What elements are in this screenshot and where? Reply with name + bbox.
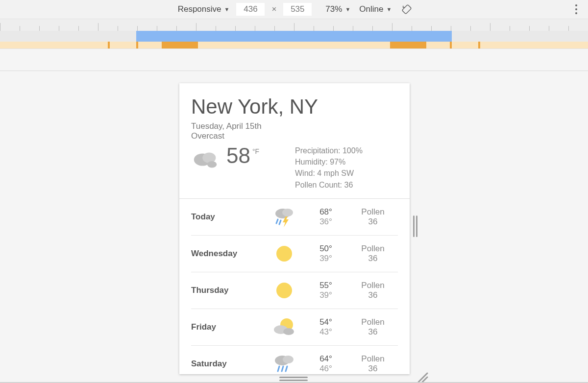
forecast-temps: 54°43° — [304, 317, 348, 337]
throttling-label: Online — [359, 4, 383, 14]
forecast-pollen: Pollen36 — [348, 317, 398, 337]
forecast-pollen: Pollen36 — [348, 207, 398, 227]
svg-point-5 — [282, 209, 293, 216]
svg-point-10 — [276, 283, 292, 298]
current-temp: 58 °F — [226, 145, 259, 167]
svg-line-7 — [276, 219, 278, 223]
rotate-icon[interactable] — [401, 4, 412, 15]
current-conditions: 58 °F Precipitation: 100% Humidity: 97% … — [191, 145, 398, 191]
device-ruler[interactable] — [0, 19, 588, 31]
temp-unit: °F — [252, 148, 259, 155]
device-viewport: New York, NY Tuesday, April 15th Overcas… — [179, 83, 410, 374]
forecast-day: Wednesday — [191, 249, 265, 259]
viewport-width-input[interactable] — [236, 3, 265, 16]
forecast-row[interactable]: Wednesday50°39°Pollen36 — [191, 236, 398, 272]
forecast-temps: 68°36° — [304, 207, 348, 227]
forecast-temps: 55°39° — [304, 281, 348, 300]
svg-point-15 — [283, 356, 294, 363]
svg-point-3 — [207, 161, 217, 168]
city-title: New York, NY — [191, 95, 398, 119]
forecast-sunny-icon — [265, 243, 304, 264]
svg-point-13 — [283, 328, 294, 335]
weather-card: New York, NY Tuesday, April 15th Overcas… — [179, 83, 410, 374]
forecast-partly-icon — [265, 317, 304, 337]
viewport-height-input[interactable] — [283, 3, 312, 16]
device-toolbar: Responsive ▼ × 73% ▼ Online ▼ — [0, 0, 588, 19]
throttling-select[interactable]: Online ▼ — [357, 2, 393, 16]
current-metrics: Precipitation: 100% Humidity: 97% Wind: … — [295, 145, 398, 191]
resize-handle-corner[interactable] — [416, 370, 428, 383]
svg-point-9 — [276, 246, 292, 262]
media-query-bar-blue[interactable] — [0, 31, 588, 42]
forecast-day: Thursday — [191, 286, 265, 295]
svg-line-8 — [279, 220, 281, 224]
forecast-temps: 64°46° — [304, 354, 348, 374]
date-label: Tuesday, April 15th — [191, 121, 398, 131]
forecast-row[interactable]: Saturday64°46°Pollen36 — [191, 346, 398, 374]
media-query-bar-orange[interactable] — [0, 42, 588, 49]
forecast-pollen: Pollen36 — [348, 281, 398, 300]
dimension-separator: × — [270, 4, 278, 14]
chevron-down-icon: ▼ — [224, 6, 230, 12]
resize-handle-right[interactable] — [413, 215, 417, 237]
condition-label: Overcast — [191, 131, 398, 141]
more-options-button[interactable] — [575, 0, 577, 19]
resize-handle-bottom[interactable] — [279, 377, 308, 381]
forecast-day: Saturday — [191, 359, 265, 369]
overcast-icon — [191, 148, 221, 171]
forecast-row[interactable]: Thursday55°39°Pollen36 — [191, 272, 398, 309]
forecast-list: Today68°36°Pollen36Wednesday50°39°Pollen… — [191, 199, 398, 374]
forecast-sunny-icon — [265, 280, 304, 301]
device-select[interactable]: Responsive ▼ — [176, 2, 232, 16]
svg-line-18 — [286, 366, 287, 371]
forecast-pollen: Pollen36 — [348, 244, 398, 263]
svg-line-17 — [282, 366, 283, 371]
forecast-row[interactable]: Today68°36°Pollen36 — [191, 199, 398, 236]
forecast-temps: 50°39° — [304, 244, 348, 263]
zoom-select[interactable]: 73% ▼ — [323, 2, 352, 16]
zoom-label: 73% — [325, 4, 342, 14]
chevron-down-icon: ▼ — [345, 6, 350, 12]
forecast-rain-icon — [265, 354, 304, 374]
forecast-day: Today — [191, 212, 265, 222]
svg-line-16 — [278, 366, 279, 371]
forecast-thunder-icon — [265, 207, 304, 227]
forecast-day: Friday — [191, 322, 265, 332]
forecast-row[interactable]: Friday54°43°Pollen36 — [191, 309, 398, 346]
forecast-pollen: Pollen36 — [348, 354, 398, 374]
device-select-label: Responsive — [178, 4, 221, 14]
chevron-down-icon: ▼ — [386, 6, 392, 12]
